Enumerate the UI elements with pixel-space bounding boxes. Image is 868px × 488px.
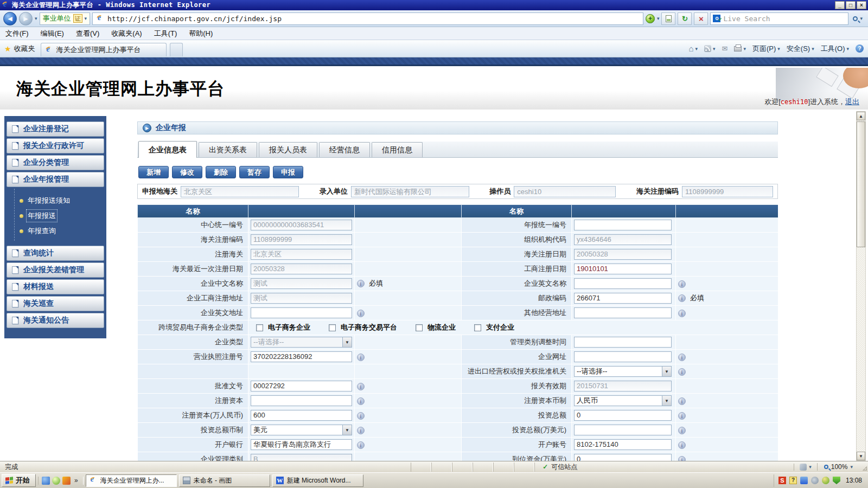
sidebar-item[interactable]: 海关通知公告: [7, 313, 104, 328]
info-icon[interactable]: i: [678, 427, 686, 434]
field-input[interactable]: [574, 278, 672, 289]
field-input[interactable]: 370202228136092: [251, 351, 352, 362]
tab-active[interactable]: 企业信息表: [138, 141, 197, 158]
sidebar-subitem[interactable]: 年报报送: [4, 208, 106, 223]
sidebar-item[interactable]: 海关巡查: [7, 296, 104, 311]
sidebar-item[interactable]: 材料报送: [7, 279, 104, 294]
action-button[interactable]: 修改: [172, 166, 202, 178]
scrollbar-thumb[interactable]: [857, 121, 865, 247]
field-input[interactable]: [251, 395, 352, 406]
info-icon[interactable]: i: [357, 397, 365, 405]
info-icon[interactable]: i: [678, 294, 686, 302]
scroll-down-button[interactable]: ▼: [857, 452, 865, 460]
sidebar-item[interactable]: 企业报关差错管理: [7, 262, 104, 278]
taskbar-task[interactable]: 未命名 - 画图: [179, 474, 270, 487]
home-button[interactable]: ⌂▾: [688, 44, 698, 53]
field-input[interactable]: [574, 220, 672, 230]
sidebar-item[interactable]: 企业分类管理: [7, 155, 104, 170]
info-icon[interactable]: i: [357, 310, 365, 317]
help-tray-icon[interactable]: ?: [789, 477, 797, 484]
certificate-selector[interactable]: 事业单位 证 ▾: [40, 12, 91, 25]
history-dropdown-icon[interactable]: ▾: [35, 16, 37, 21]
action-button[interactable]: 新增: [138, 166, 169, 178]
restore-button[interactable]: □: [846, 1, 856, 9]
field-input[interactable]: 0: [574, 454, 672, 461]
tools-menu-button[interactable]: 工具(O)▾: [821, 44, 849, 54]
checkbox[interactable]: [329, 324, 336, 331]
action-button[interactable]: 申报: [273, 166, 303, 178]
print-button[interactable]: ▾: [734, 46, 746, 52]
read-mail-button[interactable]: ✉: [722, 44, 728, 53]
info-icon[interactable]: i: [678, 456, 686, 461]
info-icon[interactable]: i: [678, 280, 686, 288]
network-tray-icon[interactable]: [800, 477, 808, 484]
sidebar-subitem[interactable]: 年报报送须知: [4, 193, 106, 208]
info-icon[interactable]: i: [678, 397, 686, 405]
checkbox[interactable]: [416, 324, 423, 331]
start-button[interactable]: 开始: [2, 474, 36, 487]
info-icon[interactable]: i: [678, 412, 686, 420]
forward-button[interactable]: ▶: [19, 12, 33, 25]
search-input[interactable]: o Live Search: [710, 12, 848, 25]
menu-item[interactable]: 编辑(E): [41, 29, 64, 38]
field-input[interactable]: 600: [251, 410, 352, 421]
field-input[interactable]: [574, 307, 672, 318]
field-input[interactable]: 华夏银行青岛南京路支行: [251, 439, 352, 450]
safety-menu-button[interactable]: 安全(S)▾: [787, 44, 814, 54]
sidebar-item[interactable]: 查询统计: [7, 246, 104, 261]
menu-item[interactable]: 工具(T): [154, 29, 177, 38]
info-icon[interactable]: i: [357, 280, 365, 287]
menu-item[interactable]: 收藏夹(A): [111, 29, 142, 38]
search-icon[interactable]: [853, 16, 858, 21]
page-menu-button[interactable]: 页面(P)▾: [752, 44, 780, 54]
action-button[interactable]: 删除: [206, 166, 236, 178]
field-input[interactable]: 266071: [574, 293, 672, 304]
field-input[interactable]: [251, 307, 352, 318]
compatibility-view-button[interactable]: [661, 12, 675, 25]
field-input[interactable]: 00027292: [251, 381, 352, 391]
sidebar-item[interactable]: 报关企业行政许可: [7, 138, 104, 153]
url-field[interactable]: http://jcf.chinaport.gov.cn/jcf/index.js…: [92, 12, 643, 25]
info-icon[interactable]: i: [678, 354, 686, 361]
quick-launch-icon[interactable]: [52, 477, 60, 485]
browser-tab[interactable]: 海关企业管理网上办事平台: [41, 43, 167, 56]
info-icon[interactable]: i: [678, 310, 686, 317]
field-input[interactable]: [574, 425, 672, 435]
tab-item[interactable]: 信用信息: [372, 142, 423, 157]
add-favorite-icon[interactable]: +: [646, 14, 655, 23]
search-dropdown-icon[interactable]: ▾: [860, 16, 863, 21]
menu-item[interactable]: 帮助(H): [189, 29, 213, 38]
field-input[interactable]: [574, 351, 672, 362]
sidebar-item[interactable]: 企业年报管理: [7, 172, 104, 187]
info-icon[interactable]: i: [357, 383, 365, 390]
close-button[interactable]: ×: [857, 1, 866, 9]
tab-item[interactable]: 报关人员表: [259, 142, 317, 157]
logout-link[interactable]: 退出: [845, 98, 859, 106]
field-select[interactable]: 美元▼: [251, 425, 352, 435]
checkbox[interactable]: [474, 324, 481, 331]
field-select[interactable]: --请选择--▼: [574, 366, 672, 377]
field-input[interactable]: 19010101: [574, 264, 672, 274]
action-button[interactable]: 暂存: [239, 166, 270, 178]
field-input[interactable]: 8102-175140: [574, 439, 672, 450]
menu-item[interactable]: 文件(F): [5, 29, 29, 38]
taskbar-task[interactable]: 海关企业管理网上办...: [86, 474, 177, 487]
info-icon[interactable]: i: [357, 441, 365, 449]
scroll-up-button[interactable]: ▲: [857, 112, 865, 120]
info-icon[interactable]: i: [678, 368, 686, 376]
feeds-button[interactable]: ▾: [704, 45, 716, 52]
volume-tray-icon[interactable]: [811, 477, 819, 484]
back-button[interactable]: ◀: [3, 12, 17, 25]
refresh-button[interactable]: ↻: [678, 12, 692, 25]
sidebar-item[interactable]: 企业注册登记: [7, 121, 104, 137]
help-button[interactable]: ?: [856, 44, 864, 53]
sogou-tray-icon[interactable]: S: [778, 477, 786, 484]
protected-mode-button[interactable]: ▾: [794, 464, 817, 471]
taskbar-task[interactable]: W新建 Microsoft Word...: [272, 474, 363, 487]
address-dropdown-icon[interactable]: ▾: [657, 16, 660, 21]
tab-item[interactable]: 经营信息: [319, 142, 370, 157]
sidebar-subitem[interactable]: 年报查询: [4, 223, 106, 239]
vertical-scrollbar[interactable]: ▲ ▼: [856, 111, 866, 461]
resize-grip[interactable]: [859, 463, 867, 471]
info-icon[interactable]: i: [357, 412, 365, 420]
